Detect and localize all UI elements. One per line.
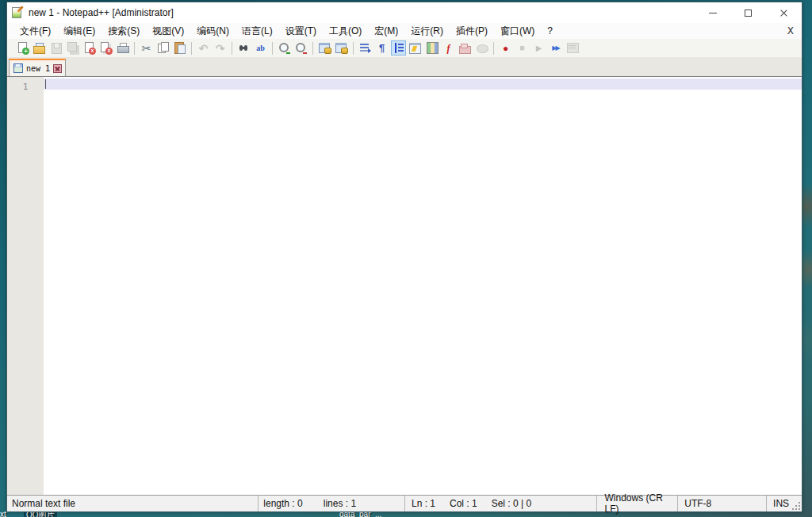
status-eol-format[interactable]: Windows (CR LF) bbox=[596, 496, 677, 511]
print-icon[interactable] bbox=[115, 40, 130, 56]
minimize-button[interactable] bbox=[695, 2, 730, 23]
sync-vertical-scroll-icon[interactable] bbox=[317, 40, 332, 56]
menu-encoding[interactable]: 编码(N) bbox=[190, 23, 236, 40]
macro-run-multiple-icon[interactable]: ▶▶ bbox=[548, 40, 563, 56]
title-bar[interactable]: new 1 - Notepad++ [Administrator] bbox=[7, 2, 802, 23]
notepadpp-logo-icon[interactable] bbox=[11, 6, 24, 19]
toolbar-separator bbox=[312, 42, 313, 55]
toolbar-separator bbox=[272, 42, 273, 55]
open-file-icon[interactable] bbox=[32, 40, 47, 56]
desktop-icon-label[interactable]: xt bbox=[0, 510, 6, 517]
show-indent-guide-icon[interactable] bbox=[391, 40, 406, 56]
paste-icon[interactable] bbox=[172, 40, 187, 56]
line-number: 1 bbox=[23, 82, 29, 92]
tab-close-icon[interactable] bbox=[53, 64, 62, 73]
maximize-button[interactable] bbox=[730, 2, 766, 23]
text-caret bbox=[45, 79, 46, 89]
tab-bar: new 1 bbox=[7, 57, 802, 76]
function-list-icon[interactable]: f bbox=[441, 40, 456, 56]
copy-icon[interactable] bbox=[155, 40, 170, 56]
status-encoding[interactable]: UTF-8 bbox=[677, 496, 766, 511]
menu-window[interactable]: 窗口(W) bbox=[494, 23, 541, 40]
status-line: Ln : 1 bbox=[412, 498, 435, 509]
text-editing-area[interactable] bbox=[44, 77, 802, 495]
window-title: new 1 - Notepad++ [Administrator] bbox=[29, 7, 174, 18]
status-bar: Normal text file length : 0 lines : 1 Ln… bbox=[7, 495, 802, 511]
menu-file[interactable]: 文件(F) bbox=[13, 23, 57, 40]
toolbar: ✂ ↶ ↷ ab ¶ f ● ■ ▶ bbox=[7, 39, 802, 57]
folder-as-workspace-icon[interactable] bbox=[458, 40, 473, 56]
menu-search[interactable]: 搜索(S) bbox=[102, 23, 146, 40]
toolbar-separator bbox=[353, 42, 354, 55]
resize-grip[interactable] bbox=[792, 502, 800, 510]
notepadpp-window: new 1 - Notepad++ [Administrator] 文件(F) … bbox=[6, 2, 802, 512]
replace-icon[interactable]: ab bbox=[253, 40, 268, 56]
toolbar-separator bbox=[232, 42, 232, 55]
menu-settings[interactable]: 设置(T) bbox=[279, 23, 323, 40]
sync-horizontal-scroll-icon[interactable] bbox=[334, 40, 349, 56]
zoom-in-icon[interactable] bbox=[277, 40, 292, 56]
macro-play-icon[interactable]: ▶ bbox=[531, 40, 546, 56]
status-cursor-position[interactable]: Ln : 1 Col : 1 Sel : 0 | 0 bbox=[404, 496, 597, 511]
tab-new-1[interactable]: new 1 bbox=[9, 59, 66, 76]
find-icon[interactable] bbox=[236, 40, 251, 56]
monitoring-icon[interactable] bbox=[474, 40, 489, 56]
menu-plugins[interactable]: 插件(P) bbox=[450, 23, 494, 40]
tab-label: new 1 bbox=[26, 64, 50, 73]
cut-icon[interactable]: ✂ bbox=[139, 40, 154, 56]
show-all-characters-icon[interactable]: ¶ bbox=[374, 40, 389, 56]
new-document-icon[interactable] bbox=[15, 40, 30, 56]
word-wrap-icon[interactable] bbox=[358, 40, 373, 56]
macro-stop-icon[interactable]: ■ bbox=[515, 40, 530, 56]
macro-save-icon[interactable] bbox=[565, 40, 580, 56]
macro-record-icon[interactable]: ● bbox=[498, 40, 513, 56]
minimize-icon bbox=[709, 13, 717, 13]
close-all-documents-icon[interactable] bbox=[98, 40, 113, 56]
menu-view[interactable]: 视图(V) bbox=[146, 23, 190, 40]
status-column: Col : 1 bbox=[450, 498, 477, 509]
save-all-icon[interactable] bbox=[65, 40, 80, 56]
document-map-icon[interactable] bbox=[424, 40, 439, 56]
current-line-highlight bbox=[44, 79, 802, 90]
save-icon[interactable] bbox=[48, 40, 63, 56]
menu-macro[interactable]: 宏(M) bbox=[368, 23, 404, 40]
toolbar-separator bbox=[134, 42, 135, 55]
menu-run[interactable]: 运行(R) bbox=[404, 23, 450, 40]
status-selection: Sel : 0 | 0 bbox=[492, 498, 531, 509]
zoom-out-icon[interactable] bbox=[293, 40, 308, 56]
close-button[interactable] bbox=[766, 2, 802, 23]
window-controls bbox=[695, 2, 802, 23]
desktop-background: xt QQ图片 data_bar_... new 1 - Notepad++ [… bbox=[0, 0, 812, 517]
menu-bar: 文件(F) 编辑(E) 搜索(S) 视图(V) 编码(N) 语言(L) 设置(T… bbox=[7, 23, 802, 39]
close-document-icon[interactable] bbox=[82, 40, 97, 56]
user-defined-language-icon[interactable] bbox=[408, 40, 423, 56]
editor-pane: 1 bbox=[7, 76, 802, 495]
toolbar-separator bbox=[191, 42, 192, 55]
menu-help[interactable]: ? bbox=[541, 24, 559, 38]
redo-icon[interactable]: ↷ bbox=[213, 40, 228, 56]
menu-tools[interactable]: 工具(O) bbox=[323, 23, 368, 40]
undo-icon[interactable]: ↶ bbox=[196, 40, 211, 56]
status-length: length : 0 bbox=[263, 498, 302, 509]
status-doc-type: Normal text file bbox=[7, 496, 258, 511]
status-length-lines: length : 0 lines : 1 bbox=[258, 496, 404, 511]
toolbar-separator bbox=[493, 42, 494, 55]
line-number-gutter[interactable]: 1 bbox=[7, 77, 44, 495]
menu-edit[interactable]: 编辑(E) bbox=[57, 23, 102, 40]
close-icon bbox=[779, 9, 788, 17]
saved-state-icon bbox=[13, 63, 23, 73]
maximize-icon bbox=[745, 10, 752, 17]
status-lines: lines : 1 bbox=[324, 498, 356, 509]
menu-language[interactable]: 语言(L) bbox=[236, 23, 279, 40]
menubar-close-icon[interactable]: X bbox=[787, 25, 794, 36]
